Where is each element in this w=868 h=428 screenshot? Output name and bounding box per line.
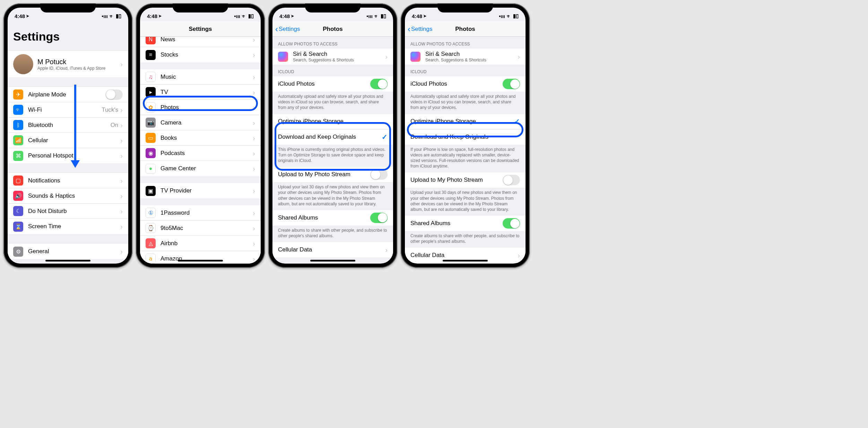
chevron-icon: ›: [253, 119, 255, 126]
bluetooth-icon: ᛒ: [13, 120, 23, 130]
home-indicator[interactable]: [443, 260, 488, 262]
wifi-icon: ᯤ: [242, 13, 247, 19]
row-books[interactable]: ▭ Books›: [140, 130, 261, 146]
screen: 4:48➤ •ıııᯤ▮▯ ‹Settings Photos ALLOW PHO…: [405, 8, 526, 264]
photos-label: Photos: [160, 104, 253, 111]
row-cellular-data[interactable]: Cellular Data ›: [272, 242, 393, 257]
cellular-label: Cellular Data: [410, 252, 518, 259]
row-siri-search[interactable]: Siri & Search Search, Suggestions & Shor…: [272, 49, 393, 65]
photo-stream-label: Upload to My Photo Stream: [410, 177, 503, 183]
shared-toggle[interactable]: [370, 213, 388, 223]
row-photo-stream[interactable]: Upload to My Photo Stream: [405, 172, 526, 188]
chevron-icon: ›: [385, 53, 388, 60]
screen: 4:48➤ •ıııᯤ▮▯ ‹Settings Photos ALLOW PHO…: [272, 8, 393, 264]
chevron-icon: ›: [253, 89, 255, 96]
home-indicator[interactable]: [310, 260, 355, 262]
section-icloud: ICLOUD: [272, 65, 393, 76]
shared-footer: Create albums to share with other people…: [405, 231, 526, 248]
row-siri-search[interactable]: Siri & Search Search, Suggestions & Shor…: [405, 49, 526, 65]
chevron-icon: ›: [253, 225, 255, 232]
row-1password[interactable]: ① 1Password›: [140, 205, 261, 221]
row-airbnb[interactable]: ◬ Airbnb›: [140, 236, 261, 251]
row-download-originals[interactable]: Download and Keep Originals✓: [272, 129, 393, 145]
row-screen-time[interactable]: ⌛ Screen Time›: [8, 219, 128, 234]
camera-icon: 📷: [146, 118, 156, 128]
home-indicator[interactable]: [178, 260, 223, 262]
photo-stream-toggle[interactable]: [503, 175, 520, 185]
row-wi-fi[interactable]: ᯤ Wi-FiTuck's›: [8, 102, 128, 118]
row-shared-albums[interactable]: Shared Albums: [272, 210, 393, 225]
siri-title: Siri & Search: [293, 51, 385, 58]
row-optimize-storage[interactable]: Optimize iPhone Storage: [272, 114, 393, 129]
photo-stream-toggle[interactable]: [370, 169, 388, 180]
row-game-center[interactable]: ● Game Center›: [140, 161, 261, 176]
siri-title: Siri & Search: [425, 51, 518, 58]
icloud-photos-toggle[interactable]: [370, 79, 388, 89]
siri-sub: Search, Suggestions & Shortcuts: [425, 58, 518, 62]
row-sounds-haptics[interactable]: 🔊 Sounds & Haptics›: [8, 188, 128, 204]
chevron-icon: ›: [120, 122, 123, 129]
game-center-label: Game Center: [160, 165, 253, 172]
battery-icon: ▮▯: [381, 13, 386, 19]
row-icloud-photos[interactable]: iCloud Photos: [405, 76, 526, 92]
airplane-mode-toggle[interactable]: [105, 89, 123, 100]
status-time: 4:48: [279, 13, 290, 19]
row-stocks[interactable]: ≡ Stocks›: [140, 47, 261, 62]
back-button[interactable]: ‹Settings: [408, 24, 432, 34]
signal-icon: •ııı: [234, 13, 240, 19]
camera-label: Camera: [160, 119, 253, 126]
row-optimize-storage[interactable]: Optimize iPhone Storage✓: [405, 114, 526, 129]
row-do-not-disturb[interactable]: ☾ Do Not Disturb›: [8, 204, 128, 219]
notch: [437, 3, 493, 12]
location-icon: ➤: [423, 14, 426, 18]
books-icon: ▭: [146, 133, 156, 143]
row-tv[interactable]: ▸ TV›: [140, 85, 261, 100]
row-9to5mac[interactable]: ⌚ 9to5Mac›: [140, 221, 261, 236]
row-photo-stream[interactable]: Upload to My Photo Stream: [272, 167, 393, 182]
row-shared-albums[interactable]: Shared Albums: [405, 216, 526, 231]
personal-hotspot-label: Personal Hotspot: [28, 152, 120, 159]
section-icloud: ICLOUD: [405, 65, 526, 76]
download-label: Download and Keep Originals: [278, 134, 382, 140]
section-allow-access: ALLOW PHOTOS TO ACCESS: [272, 37, 393, 49]
chevron-icon: ›: [518, 252, 520, 259]
storage-footer: If your iPhone is low on space, full-res…: [405, 145, 526, 173]
siri-icon: [278, 52, 288, 62]
row-download-originals[interactable]: Download and Keep Originals: [405, 129, 526, 145]
chevron-icon: ›: [518, 53, 520, 60]
row-personal-hotspot[interactable]: ⌘ Personal Hotspot›: [8, 148, 128, 163]
icloud-footer: Automatically upload and safely store al…: [405, 92, 526, 114]
chevron-icon: ›: [253, 36, 255, 43]
profile-row[interactable]: M Potuck Apple ID, iCloud, iTunes & App …: [8, 51, 128, 77]
row-music[interactable]: ♫ Music›: [140, 69, 261, 85]
chevron-icon: ›: [253, 209, 255, 216]
signal-icon: •ııı: [366, 13, 373, 19]
photos-icon: ✿: [146, 102, 156, 112]
row-general[interactable]: ⚙ General›: [8, 244, 128, 259]
row-podcasts[interactable]: ◉ Podcasts›: [140, 146, 261, 161]
icloud-photos-toggle[interactable]: [503, 79, 520, 89]
row-amazon[interactable]: a Amazon›: [140, 251, 261, 264]
row-cellular[interactable]: 📶 Cellular›: [8, 133, 128, 148]
chevron-icon: ›: [253, 255, 255, 262]
row-tv-provider[interactable]: ▣ TV Provider›: [140, 183, 261, 198]
chevron-left-icon: ‹: [275, 24, 278, 34]
shared-toggle[interactable]: [503, 218, 520, 229]
home-indicator[interactable]: [45, 260, 90, 262]
row-camera[interactable]: 📷 Camera›: [140, 115, 261, 130]
airbnb-label: Airbnb: [160, 240, 253, 247]
battery-icon: ▮▯: [248, 13, 254, 19]
signal-icon: •ııı: [102, 13, 108, 19]
row-notifications[interactable]: ▢ Notifications›: [8, 173, 128, 188]
row-bluetooth[interactable]: ᛒ BluetoothOn›: [8, 118, 128, 133]
back-button[interactable]: ‹Settings: [275, 24, 300, 34]
news-label: News: [160, 36, 253, 43]
battery-icon: ▮▯: [513, 13, 519, 19]
chevron-icon: ›: [253, 165, 255, 172]
notifications-label: Notifications: [28, 177, 120, 184]
row-airplane-mode[interactable]: ✈ Airplane Mode: [8, 87, 128, 102]
row-photos[interactable]: ✿ Photos›: [140, 100, 261, 115]
row-icloud-photos[interactable]: iCloud Photos: [272, 76, 393, 92]
chevron-icon: ›: [253, 104, 255, 111]
chevron-icon: ›: [120, 106, 123, 113]
